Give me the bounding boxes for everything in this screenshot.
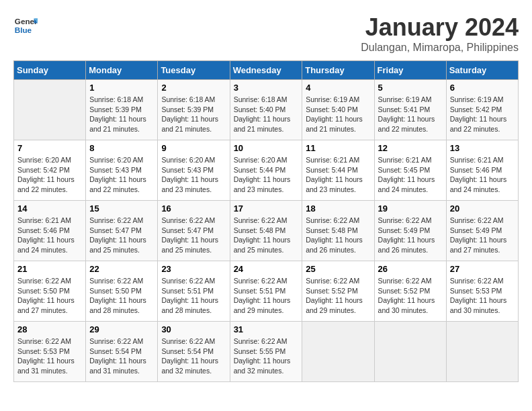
weekday-monday: Monday	[86, 61, 158, 80]
calendar-cell: 29Sunrise: 6:22 AMSunset: 5:54 PMDayligh…	[86, 322, 158, 382]
calendar-cell: 9Sunrise: 6:20 AMSunset: 5:43 PMDaylight…	[158, 140, 230, 201]
calendar-title: January 2024	[361, 13, 519, 42]
day-number: 31	[234, 324, 299, 334]
weekday-header-row: SundayMondayTuesdayWednesdayThursdayFrid…	[14, 61, 519, 80]
calendar-cell: 5Sunrise: 6:19 AMSunset: 5:41 PMDaylight…	[374, 80, 446, 140]
calendar-cell: 16Sunrise: 6:22 AMSunset: 5:47 PMDayligh…	[158, 201, 230, 261]
calendar-cell: 3Sunrise: 6:18 AMSunset: 5:40 PMDaylight…	[230, 80, 302, 140]
day-number: 13	[450, 143, 515, 153]
day-info: Sunrise: 6:22 AMSunset: 5:54 PMDaylight:…	[161, 336, 226, 376]
calendar-cell: 19Sunrise: 6:22 AMSunset: 5:49 PMDayligh…	[374, 201, 446, 261]
day-info: Sunrise: 6:19 AMSunset: 5:42 PMDaylight:…	[450, 95, 515, 134]
day-number: 30	[161, 324, 226, 334]
day-info: Sunrise: 6:22 AMSunset: 5:50 PMDaylight:…	[89, 276, 154, 316]
day-number: 17	[234, 203, 299, 214]
day-info: Sunrise: 6:21 AMSunset: 5:46 PMDaylight:…	[17, 216, 82, 255]
calendar-cell: 27Sunrise: 6:22 AMSunset: 5:53 PMDayligh…	[446, 261, 518, 322]
day-info: Sunrise: 6:22 AMSunset: 5:52 PMDaylight:…	[306, 276, 370, 316]
calendar-cell: 11Sunrise: 6:21 AMSunset: 5:44 PMDayligh…	[302, 140, 374, 201]
calendar-cell: 15Sunrise: 6:22 AMSunset: 5:47 PMDayligh…	[86, 201, 158, 261]
day-number: 25	[306, 264, 370, 274]
calendar-cell: 6Sunrise: 6:19 AMSunset: 5:42 PMDaylight…	[446, 80, 518, 140]
day-number: 5	[378, 83, 443, 93]
day-number: 16	[161, 203, 226, 214]
calendar-table: SundayMondayTuesdayWednesdayThursdayFrid…	[13, 60, 519, 382]
calendar-cell: 26Sunrise: 6:22 AMSunset: 5:52 PMDayligh…	[374, 261, 446, 322]
calendar-cell: 12Sunrise: 6:21 AMSunset: 5:45 PMDayligh…	[374, 140, 446, 201]
day-number: 1	[89, 83, 154, 93]
week-row-5: 28Sunrise: 6:22 AMSunset: 5:53 PMDayligh…	[14, 322, 519, 382]
day-number: 28	[17, 324, 82, 334]
day-info: Sunrise: 6:22 AMSunset: 5:53 PMDaylight:…	[450, 276, 515, 316]
calendar-cell	[446, 322, 518, 382]
logo-icon: General Blue	[13, 13, 38, 38]
day-info: Sunrise: 6:22 AMSunset: 5:50 PMDaylight:…	[17, 276, 82, 316]
calendar-cell: 18Sunrise: 6:22 AMSunset: 5:48 PMDayligh…	[302, 201, 374, 261]
day-number: 18	[306, 203, 370, 214]
day-number: 23	[161, 264, 226, 274]
day-info: Sunrise: 6:18 AMSunset: 5:39 PMDaylight:…	[89, 95, 154, 134]
day-info: Sunrise: 6:22 AMSunset: 5:48 PMDaylight:…	[306, 216, 370, 255]
calendar-cell: 4Sunrise: 6:19 AMSunset: 5:40 PMDaylight…	[302, 80, 374, 140]
day-number: 19	[378, 203, 443, 214]
day-info: Sunrise: 6:20 AMSunset: 5:44 PMDaylight:…	[234, 155, 299, 195]
day-number: 8	[89, 143, 154, 153]
day-number: 10	[234, 143, 299, 153]
page-header: General Blue January 2024 Dulangan, Mima…	[13, 13, 519, 54]
logo: General Blue	[13, 13, 38, 38]
calendar-cell: 8Sunrise: 6:20 AMSunset: 5:43 PMDaylight…	[86, 140, 158, 201]
calendar-cell: 24Sunrise: 6:22 AMSunset: 5:51 PMDayligh…	[230, 261, 302, 322]
calendar-cell	[302, 322, 374, 382]
day-number: 7	[17, 143, 82, 153]
day-number: 14	[17, 203, 82, 214]
day-info: Sunrise: 6:22 AMSunset: 5:51 PMDaylight:…	[234, 276, 299, 316]
day-info: Sunrise: 6:22 AMSunset: 5:54 PMDaylight:…	[89, 336, 154, 376]
calendar-cell: 25Sunrise: 6:22 AMSunset: 5:52 PMDayligh…	[302, 261, 374, 322]
week-row-4: 21Sunrise: 6:22 AMSunset: 5:50 PMDayligh…	[14, 261, 519, 322]
day-number: 9	[161, 143, 226, 153]
calendar-cell: 13Sunrise: 6:21 AMSunset: 5:46 PMDayligh…	[446, 140, 518, 201]
day-number: 4	[306, 83, 370, 93]
day-info: Sunrise: 6:22 AMSunset: 5:52 PMDaylight:…	[378, 276, 443, 316]
calendar-cell: 20Sunrise: 6:22 AMSunset: 5:49 PMDayligh…	[446, 201, 518, 261]
calendar-cell: 21Sunrise: 6:22 AMSunset: 5:50 PMDayligh…	[14, 261, 86, 322]
calendar-cell: 1Sunrise: 6:18 AMSunset: 5:39 PMDaylight…	[86, 80, 158, 140]
day-number: 22	[89, 264, 154, 274]
day-number: 26	[378, 264, 443, 274]
weekday-thursday: Thursday	[302, 61, 374, 80]
day-number: 11	[306, 143, 370, 153]
day-number: 15	[89, 203, 154, 214]
day-info: Sunrise: 6:21 AMSunset: 5:44 PMDaylight:…	[306, 155, 370, 195]
day-info: Sunrise: 6:20 AMSunset: 5:43 PMDaylight:…	[89, 155, 154, 195]
day-number: 12	[378, 143, 443, 153]
day-info: Sunrise: 6:22 AMSunset: 5:53 PMDaylight:…	[17, 336, 82, 376]
day-info: Sunrise: 6:21 AMSunset: 5:46 PMDaylight:…	[450, 155, 515, 195]
calendar-cell: 7Sunrise: 6:20 AMSunset: 5:42 PMDaylight…	[14, 140, 86, 201]
calendar-cell: 14Sunrise: 6:21 AMSunset: 5:46 PMDayligh…	[14, 201, 86, 261]
calendar-cell	[374, 322, 446, 382]
day-info: Sunrise: 6:22 AMSunset: 5:55 PMDaylight:…	[234, 336, 299, 376]
day-number: 21	[17, 264, 82, 274]
week-row-3: 14Sunrise: 6:21 AMSunset: 5:46 PMDayligh…	[14, 201, 519, 261]
day-info: Sunrise: 6:18 AMSunset: 5:39 PMDaylight:…	[161, 95, 226, 134]
calendar-cell: 28Sunrise: 6:22 AMSunset: 5:53 PMDayligh…	[14, 322, 86, 382]
week-row-1: 1Sunrise: 6:18 AMSunset: 5:39 PMDaylight…	[14, 80, 519, 140]
calendar-cell: 10Sunrise: 6:20 AMSunset: 5:44 PMDayligh…	[230, 140, 302, 201]
weekday-wednesday: Wednesday	[230, 61, 302, 80]
day-number: 3	[234, 83, 299, 93]
weekday-friday: Friday	[374, 61, 446, 80]
weekday-sunday: Sunday	[14, 61, 86, 80]
svg-text:Blue: Blue	[15, 26, 32, 34]
day-info: Sunrise: 6:22 AMSunset: 5:49 PMDaylight:…	[378, 216, 443, 255]
calendar-cell: 22Sunrise: 6:22 AMSunset: 5:50 PMDayligh…	[86, 261, 158, 322]
weekday-saturday: Saturday	[446, 61, 518, 80]
weekday-tuesday: Tuesday	[158, 61, 230, 80]
day-number: 20	[450, 203, 515, 214]
day-info: Sunrise: 6:22 AMSunset: 5:48 PMDaylight:…	[234, 216, 299, 255]
calendar-cell: 30Sunrise: 6:22 AMSunset: 5:54 PMDayligh…	[158, 322, 230, 382]
day-number: 2	[161, 83, 226, 93]
day-number: 29	[89, 324, 154, 334]
day-info: Sunrise: 6:18 AMSunset: 5:40 PMDaylight:…	[234, 95, 299, 134]
week-row-2: 7Sunrise: 6:20 AMSunset: 5:42 PMDaylight…	[14, 140, 519, 201]
day-number: 6	[450, 83, 515, 93]
